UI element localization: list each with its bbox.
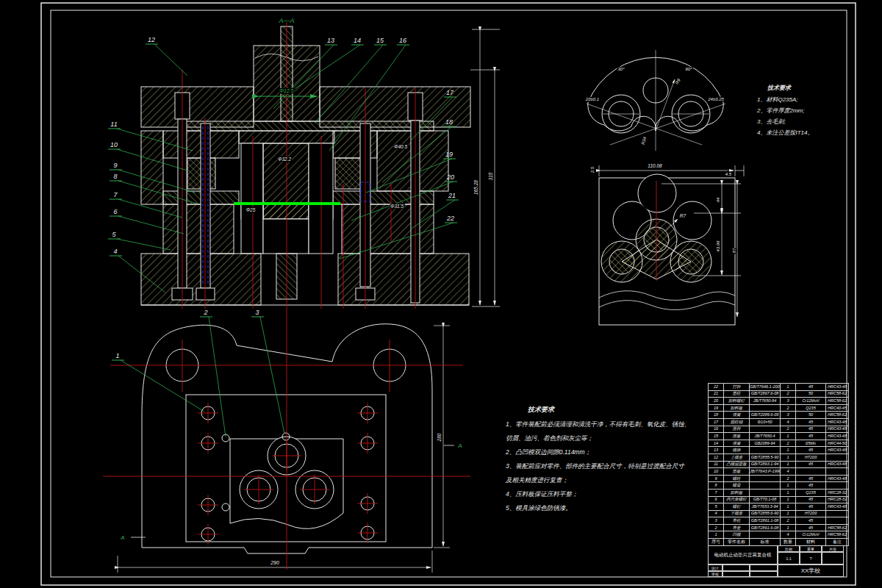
dim-text: A bbox=[457, 442, 462, 449]
dim-text: 87 bbox=[732, 248, 736, 253]
bom-cell: 卸料螺钉 bbox=[724, 398, 750, 405]
note-line: 2、凸凹模双边间隙0.114mm； bbox=[506, 445, 697, 459]
bom-cell: 50 bbox=[796, 412, 826, 419]
bom-cell: 45 bbox=[796, 517, 826, 525]
bom-header-cell: 零件名称 bbox=[724, 539, 750, 546]
balloon-number: 11 bbox=[110, 121, 117, 128]
bom-cell: 15 bbox=[709, 433, 724, 440]
check-name-cell bbox=[723, 571, 750, 577]
notes-title: 技术要求 bbox=[767, 82, 853, 93]
bom-cell: GB2089-94 bbox=[750, 440, 781, 447]
bom-cell: 导柱 bbox=[724, 517, 750, 525]
bom-cell: GB/T2855.6-90 bbox=[750, 510, 781, 517]
sheet-value bbox=[822, 552, 844, 564]
bom-cell: GB/T2089.6-09 bbox=[750, 412, 781, 419]
bom-row: 13模柄145HRC43-48 bbox=[709, 447, 849, 454]
note-line: 4、压料板保证压料平整； bbox=[506, 487, 697, 501]
bom-cell: 上模座 bbox=[724, 453, 750, 461]
dim-text: Φ40.5 bbox=[394, 144, 407, 149]
bom-cell: Q235 bbox=[796, 489, 826, 496]
balloon-number: 16 bbox=[399, 37, 406, 44]
balloon-number: 18 bbox=[445, 118, 453, 126]
balloon-number: 1 bbox=[115, 352, 119, 359]
bom-header-row: 序号零件名称标准数量材料备注 bbox=[709, 539, 849, 546]
bom-cell: 凸模固定板 bbox=[724, 461, 750, 468]
bom-cell: 1 bbox=[781, 496, 796, 503]
dim-text: 4.5 bbox=[725, 172, 732, 176]
bom-cell: 螺母 bbox=[724, 482, 750, 490]
balloon-number: 9 bbox=[113, 162, 117, 169]
bom-cell: 1 bbox=[781, 510, 796, 517]
dims-main-right bbox=[470, 29, 500, 306]
dim-text: 165.28 bbox=[473, 180, 478, 195]
bom-cell: 1 bbox=[781, 461, 796, 468]
bom-cell: 20 bbox=[709, 398, 724, 405]
note-line: 切屑、油污、着色剂和灰尘等； bbox=[506, 431, 697, 445]
bom-cell: GB/T2863.1-94 bbox=[750, 461, 781, 468]
bom-header-cell: 备注 bbox=[826, 539, 849, 546]
balloon-number: 3 bbox=[255, 309, 259, 316]
bom-cell: 14 bbox=[709, 440, 724, 447]
bom-row: 19卸料板2Q235HRC40-45 bbox=[709, 404, 849, 412]
bom-row: 2导套GB/T2861.6-08145HRC58-62 bbox=[709, 524, 849, 531]
dim-text: 20±0.1 bbox=[585, 97, 599, 101]
design-label: 设计 bbox=[708, 564, 723, 571]
bom-cell: HRC58-62 bbox=[826, 412, 849, 419]
check-label: 审核 bbox=[708, 571, 723, 577]
bom-header-cell: 数量 bbox=[781, 539, 796, 546]
notes-title: 技术要求 bbox=[528, 403, 697, 417]
tech-notes-side: 技术要求 1、材料Q235A;2、零件厚度2mm;3、去毛刺;4、未注公差按IT… bbox=[757, 82, 853, 138]
bom-cell: HRC28-32 bbox=[826, 496, 849, 503]
main-section-view bbox=[141, 26, 470, 305]
bom-cell: 2 bbox=[781, 440, 796, 447]
drawing-title: 电动机止动垫片正装复合模 bbox=[708, 545, 778, 564]
bom-cell bbox=[750, 475, 781, 482]
bom-cell: 45 bbox=[796, 426, 826, 433]
bom-cell bbox=[750, 482, 781, 490]
bom-cell: 推板 bbox=[724, 433, 750, 440]
bom-cell: Cr12MoV bbox=[796, 398, 826, 405]
bom-cell: 圆柱销 bbox=[724, 418, 750, 426]
bom-cell: 45 bbox=[796, 475, 826, 482]
bom-cell: 4 bbox=[781, 468, 796, 476]
note-line: 1、零件装配前必须清理和清洗干净，不得有毛刺、氧化皮、锈蚀、 bbox=[506, 417, 697, 431]
bom-cell: JB/T7653.3-94 bbox=[750, 503, 781, 511]
balloon-number: 14 bbox=[354, 37, 361, 44]
bom-cell: HRC58-62 bbox=[826, 398, 849, 405]
bom-cell: HRC44-50 bbox=[826, 440, 849, 447]
bom-row: 17圆柱销Φ10×50445HRC43-48 bbox=[709, 418, 849, 426]
bom-cell: HRC43-48 bbox=[826, 447, 849, 454]
bom-cell: 7 bbox=[709, 489, 724, 496]
bom-cell: 下模座 bbox=[724, 510, 750, 517]
note-line: 1、材料Q235A; bbox=[757, 94, 853, 105]
bom-cell: 1 bbox=[781, 384, 796, 391]
balloon-number: 22 bbox=[446, 215, 454, 222]
bom-cell: 螺钉 bbox=[724, 503, 750, 511]
bom-cell bbox=[750, 426, 781, 433]
balloon-number: 15 bbox=[376, 37, 384, 44]
balloon-number: 5 bbox=[112, 231, 116, 238]
bom-cell: 1 bbox=[781, 503, 796, 511]
callout-leader bbox=[121, 360, 204, 412]
tech-notes-main: 技术要求 1、零件装配前必须清理和清洗干净，不得有毛刺、氧化皮、锈蚀、切屑、油污… bbox=[506, 403, 697, 515]
bom-cell: 1 bbox=[781, 482, 796, 490]
bom-cell: 卸料板 bbox=[724, 404, 750, 412]
balloon-number: 20 bbox=[446, 173, 454, 181]
dim-text: R7 bbox=[680, 213, 686, 218]
bom-cell: 2 bbox=[781, 517, 796, 525]
callout-leader bbox=[117, 239, 171, 250]
dim-text: R34 bbox=[641, 136, 648, 146]
dim-text: A bbox=[120, 534, 124, 541]
design-name-cell bbox=[723, 564, 750, 571]
bom-cell bbox=[826, 468, 849, 476]
bom-cell: JB/T7650-94 bbox=[750, 398, 781, 405]
bom-cell: 45 bbox=[796, 447, 826, 454]
bom-row: 9螺柱245HRC43-48 bbox=[709, 475, 849, 482]
balloon-number: 7 bbox=[113, 191, 118, 198]
bom-cell: 3 bbox=[781, 398, 796, 405]
bom-cell: HRC58-62 bbox=[826, 524, 849, 531]
bom-cell bbox=[826, 510, 849, 517]
bom-cell bbox=[750, 404, 781, 412]
dim-text: Φ32.2 bbox=[278, 157, 291, 162]
bom-row: 16推杆245HRC43-48 bbox=[709, 426, 849, 433]
